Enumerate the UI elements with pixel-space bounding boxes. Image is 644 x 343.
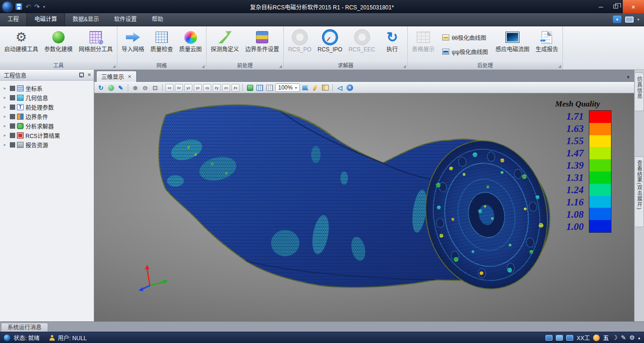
tree-checkbox[interactable] [10, 123, 15, 129]
group-dialog-launcher-icon[interactable] [558, 65, 561, 68]
pin-icon[interactable] [78, 72, 83, 78]
view-preset-yz-neg-button[interactable]: ȳz [194, 84, 202, 92]
tree-item-coordinate-system[interactable]: ▸ 坐标系 [2, 83, 92, 93]
rcs-ipo-button[interactable]: RCS_IPO [314, 27, 345, 61]
right-tab-sim-info[interactable]: 仿真信息 [635, 73, 644, 111]
view-preset-zx-button[interactable]: zx [222, 84, 230, 92]
redo-icon[interactable]: ↷ [34, 3, 40, 10]
induced-current-map-button[interactable]: 感应电磁流图 [493, 27, 532, 61]
render-wireframe-icon[interactable] [256, 83, 264, 92]
view-preset-yz-button[interactable]: yz [184, 84, 192, 92]
render-hiddenline-icon[interactable] [265, 83, 274, 92]
viewport-3d[interactable]: Mesh Quality 1.71 1.63 1.55 1.47 1.39 1.… [94, 93, 634, 321]
layout-monitor-icon[interactable] [556, 335, 563, 341]
quality-check-button[interactable]: 质量检查 [148, 27, 176, 61]
wubi-mode-label[interactable]: 五 [603, 334, 609, 342]
view-preset-zy-button[interactable]: zy [203, 84, 211, 92]
quick-access-dropdown-icon[interactable]: ▾ [43, 5, 45, 9]
zoom-in-icon[interactable]: ⊕ [131, 83, 140, 92]
tree-checkbox[interactable] [10, 133, 15, 138]
tab-list-icon[interactable]: ▼ [626, 75, 630, 80]
tab-project[interactable]: 工程 [0, 13, 26, 26]
system-messages-tab[interactable]: 系统运行消息 [1, 323, 48, 332]
ribbon-toggle-icon[interactable]: ▴ [613, 16, 621, 23]
import-mesh-button[interactable]: 导入网格 [119, 27, 147, 61]
tree-checkbox[interactable] [10, 114, 15, 119]
tree-checkbox[interactable] [10, 95, 15, 100]
settings-gear-icon[interactable]: ⚙ [629, 335, 635, 341]
group-dialog-launcher-icon[interactable] [113, 65, 116, 68]
shaded-sphere-icon[interactable] [107, 83, 115, 92]
ime-logo-icon[interactable] [593, 335, 600, 341]
tree-checkbox[interactable] [10, 105, 15, 110]
moon-icon[interactable]: ☽ [612, 335, 618, 341]
zoom-window-icon[interactable]: ⊡ [151, 83, 159, 92]
stop-render-icon[interactable]: × [346, 83, 354, 92]
application-window: ↶ ↷ ▾ 复杂目标RCS电磁分析软件2015 R1 - RCS_2015031… [0, 0, 644, 343]
maximize-button[interactable] [608, 0, 623, 13]
launch-modeling-tool-button[interactable]: ⚙ 启动建模工具 [1, 27, 41, 61]
capture-flag-icon[interactable] [301, 83, 310, 92]
probe-angle-button[interactable]: 探测角定义 [208, 27, 242, 61]
tree-checkbox[interactable] [10, 142, 15, 147]
render-shaded-icon[interactable] [246, 83, 254, 92]
expander-icon[interactable]: ▸ [4, 105, 8, 109]
restore-icon [613, 5, 618, 8]
layout-dropdown-icon[interactable]: ▾ [637, 17, 639, 22]
view-preset-zx-neg-button[interactable]: z̄x [231, 84, 239, 92]
pen-icon[interactable]: ✎ [621, 335, 626, 341]
group-dialog-launcher-icon[interactable] [202, 65, 205, 68]
tree-item-rcs-results[interactable]: ▸ RCS计算结果 [2, 131, 92, 140]
undo-icon[interactable]: ↶ [25, 3, 31, 10]
mesh-partition-tool-button[interactable]: ⊕ 网格剖分工具 [76, 27, 116, 61]
tab-help[interactable]: 帮助 [144, 13, 171, 26]
tree-item-preprocess-params[interactable]: ▸ T 前处理参数 [2, 102, 92, 112]
layout-monitor-icon[interactable] [566, 335, 573, 341]
view-preset-xz-button[interactable]: xz [165, 84, 173, 92]
tab-close-icon[interactable]: × [128, 74, 132, 79]
zoom-dropdown-icon[interactable]: ▾ [295, 86, 297, 90]
expander-icon[interactable]: ▸ [4, 123, 8, 128]
right-tab-view-results[interactable]: 查看结果(双击展开) [635, 156, 644, 227]
boundary-conditions-button[interactable]: 边界条件设置 [242, 27, 282, 61]
tree-item-analysis-solver[interactable]: ▸ 分析求解器 [2, 121, 92, 131]
tab-3d-display[interactable]: 三维显示 × [96, 71, 137, 82]
close-button[interactable]: × [623, 0, 644, 13]
collapse-arrow-icon[interactable]: ▴ [638, 335, 640, 341]
zoom-out-icon[interactable]: ⊖ [141, 83, 149, 92]
legend-values: 1.71 1.63 1.55 1.47 1.39 1.31 1.24 1.16 … [542, 110, 589, 233]
expander-icon[interactable]: ▸ [4, 114, 8, 119]
expander-icon[interactable]: ▸ [4, 86, 8, 90]
view-preset-xz-neg-button[interactable]: x̄z [175, 84, 183, 92]
quality-cloud-map-button[interactable]: 质量云图 [176, 27, 205, 61]
tree-item-boundary-conditions[interactable]: ▸ 边界条件 [2, 112, 92, 121]
execute-button[interactable]: ↻ 执行 [379, 27, 406, 61]
tree-item-report-resources[interactable]: ▸ 报告资源 [2, 140, 92, 149]
view-preset-zy-neg-button[interactable]: z̄y [213, 84, 221, 92]
tree-checkbox[interactable] [10, 86, 15, 91]
tab-software-settings[interactable]: 软件设置 [107, 13, 144, 26]
save-icon[interactable] [16, 3, 22, 10]
expander-icon[interactable]: ▸ [4, 142, 8, 147]
layout-icon[interactable] [625, 16, 634, 23]
export-view-icon[interactable]: ◁ [336, 83, 344, 92]
layout-monitor-icon[interactable] [545, 335, 553, 341]
theta-polarization-curve-button[interactable]: θθ极化曲线图 [440, 32, 490, 43]
orbit-icon[interactable]: ↻ [97, 83, 105, 92]
panels-icon[interactable] [321, 83, 330, 92]
annotate-pencil-icon[interactable]: ✎ [116, 83, 125, 92]
tab-data-display[interactable]: 数据&显示 [65, 13, 107, 26]
parametric-modeling-button[interactable]: 参数化建模 [41, 27, 75, 61]
psi-polarization-curve-button[interactable]: ψψ极化曲线图 [440, 46, 490, 57]
tab-em-calculation[interactable]: 电磁计算 [26, 13, 65, 26]
expander-icon[interactable]: ▸ [4, 95, 8, 100]
zoom-level-select[interactable]: 100% ▾ [275, 83, 300, 92]
panel-close-icon[interactable]: × [87, 72, 91, 78]
generate-report-button[interactable]: 生成报告 [533, 27, 561, 61]
tree-item-geometry-info[interactable]: ▸ 几何信息 [2, 93, 92, 102]
light-torch-icon[interactable] [311, 83, 320, 92]
group-dialog-launcher-icon[interactable] [279, 65, 282, 68]
minimize-button[interactable]: ─ [594, 0, 608, 13]
group-dialog-launcher-icon[interactable] [403, 65, 406, 68]
expander-icon[interactable]: ▸ [4, 133, 8, 138]
